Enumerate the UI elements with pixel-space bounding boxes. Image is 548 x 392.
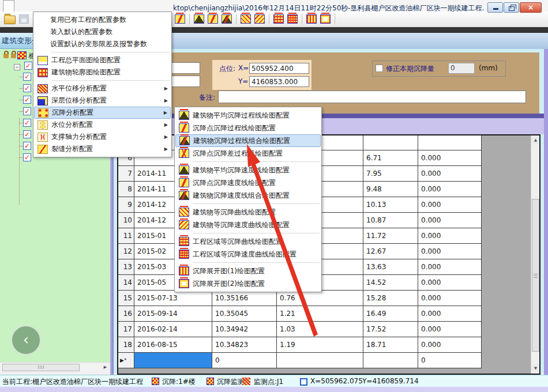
dropdown-menu-item[interactable]: 裂缝分析配置 ▶ bbox=[34, 143, 171, 155]
dropdown-menu-item[interactable]: 工程总平面图绘图配置 ▶ bbox=[34, 54, 171, 66]
submenu-item[interactable]: 建筑物平均沉降过程线绘图配置 bbox=[175, 109, 321, 122]
vscroll-down-arrow[interactable]: ▼ bbox=[532, 364, 539, 373]
table-row[interactable]: 17 2016-02-14 10.34942 1.03 17.52 0.000 bbox=[118, 322, 482, 337]
close-button[interactable]: × bbox=[520, 2, 542, 13]
load-cell[interactable]: 0.000 bbox=[418, 322, 482, 337]
submenu-item[interactable] bbox=[175, 160, 321, 164]
table-row[interactable]: 16 2015-09-14 10.35045 1.21 16.49 0.000 bbox=[118, 306, 482, 322]
hscroll-right-arrow[interactable]: ▶ bbox=[101, 363, 110, 371]
child-window-titlebar[interactable] bbox=[114, 33, 548, 50]
current-settlement-cell[interactable]: 1.19 bbox=[277, 337, 363, 353]
tree-checkbox[interactable] bbox=[23, 142, 31, 150]
expand-chart2-icon[interactable] bbox=[320, 14, 331, 24]
dropdown-menu-item[interactable]: ▶ bbox=[34, 50, 171, 54]
tree-item[interactable] bbox=[19, 94, 31, 105]
tree-checkbox[interactable] bbox=[23, 119, 31, 127]
settlement-curve-icon[interactable] bbox=[175, 14, 185, 24]
menu-window[interactable] bbox=[46, 0, 56, 12]
vscroll-thumb[interactable] bbox=[532, 199, 539, 352]
submenu-item[interactable] bbox=[175, 231, 321, 235]
table-header-cell[interactable] bbox=[418, 135, 482, 150]
x-coordinate-field[interactable]: 505952.400 bbox=[249, 63, 309, 74]
tree-root[interactable]: 棚 bbox=[2, 50, 36, 61]
submenu-item[interactable] bbox=[175, 202, 321, 206]
total-settlement-cell[interactable]: 13.63 bbox=[363, 259, 418, 275]
fix-settlement-field[interactable]: 0 bbox=[448, 63, 475, 74]
submenu-item[interactable]: 沉降点沉降速度线绘图配置 bbox=[175, 176, 321, 189]
dropdown-menu-item[interactable]: 复用已有工程的配置参数 ▶ bbox=[34, 14, 171, 26]
y-coordinate-field[interactable]: 4160853.000 bbox=[249, 76, 309, 87]
submenu-item[interactable]: 沉降点沉降过程线绘图配置 bbox=[175, 122, 321, 134]
total-settlement-cell[interactable]: 10.13 bbox=[363, 197, 418, 213]
dropdown-menu-item[interactable]: 设置默认的变形限差及报警参数 ▶ bbox=[34, 38, 171, 50]
tree-item[interactable] bbox=[19, 82, 31, 94]
load-cell[interactable]: 0.000 bbox=[418, 306, 482, 322]
vscroll-up-arrow[interactable]: ▲ bbox=[532, 136, 539, 145]
total-settlement-cell[interactable]: 18.71 bbox=[363, 337, 418, 353]
total-settlement-cell[interactable]: 12.67 bbox=[363, 244, 418, 259]
date-cell[interactable] bbox=[134, 353, 212, 368]
menu-deformation-analysis[interactable] bbox=[25, 0, 35, 12]
load-cell[interactable]: 0.000 bbox=[418, 182, 482, 197]
submenu-item[interactable]: 建筑物沉降速度线组合绘图配置 bbox=[175, 189, 321, 202]
toolbar-icon[interactable] bbox=[335, 14, 335, 24]
table-row[interactable]: 18 2016-08-15 10.34823 1.19 18.71 0.000 bbox=[118, 337, 482, 353]
submenu-item[interactable]: 沉降点沉降差过程线绘图配置 bbox=[175, 147, 321, 160]
tree-item[interactable] bbox=[19, 105, 31, 117]
avg-settlement-curve-icon[interactable] bbox=[194, 14, 204, 24]
tree-item[interactable] bbox=[19, 129, 31, 140]
dropdown-menu-item[interactable]: 建筑物轮廓图绘图配置 ▶ bbox=[34, 66, 171, 78]
menu-query-report[interactable] bbox=[35, 0, 46, 12]
current-settlement-cell[interactable]: 0.76 bbox=[277, 291, 363, 306]
tree-checkbox[interactable] bbox=[23, 107, 31, 115]
date-cell[interactable]: 2016-08-15 bbox=[134, 337, 212, 353]
remark-field[interactable] bbox=[218, 91, 526, 103]
menu-system-config[interactable] bbox=[3, 0, 14, 12]
dropdown-menu-item[interactable]: 沉降分析配置 ▶ bbox=[34, 107, 171, 119]
table-vscrollbar[interactable]: ▲ ▼ bbox=[531, 135, 540, 374]
hscroll-thumb[interactable] bbox=[2, 364, 80, 371]
tree-item[interactable] bbox=[19, 140, 31, 152]
total-settlement-cell[interactable]: 17.52 bbox=[363, 322, 418, 337]
load-cell[interactable]: 0 bbox=[418, 353, 482, 368]
elevation-cell[interactable]: 10.35166 bbox=[212, 291, 277, 306]
current-settlement-cell[interactable]: 1.21 bbox=[277, 306, 363, 322]
table-row[interactable]: 15 2015-07-13 10.35166 0.76 15.28 0.000 bbox=[118, 291, 482, 306]
load-cell[interactable]: 0.000 bbox=[418, 197, 482, 213]
current-settlement-cell[interactable]: 1.03 bbox=[277, 322, 363, 337]
submenu-item[interactable] bbox=[175, 261, 321, 265]
total-settlement-cell[interactable]: 15.28 bbox=[363, 291, 418, 306]
dropdown-menu-item[interactable]: 水平位移分析配置 ▶ bbox=[34, 82, 171, 95]
tree-checkbox[interactable] bbox=[24, 62, 32, 70]
load-cell[interactable]: 0.000 bbox=[418, 337, 482, 353]
restore-button[interactable] bbox=[504, 2, 519, 13]
collapse-panel-button[interactable]: ‹ bbox=[10, 325, 42, 356]
elevation-cell[interactable]: 10.35045 bbox=[212, 306, 277, 322]
toolbar-icon[interactable] bbox=[302, 14, 302, 24]
load-cell[interactable]: 0.000 bbox=[418, 213, 482, 228]
current-settlement-cell[interactable] bbox=[277, 353, 363, 368]
total-settlement-cell[interactable]: 9.48 bbox=[363, 182, 418, 197]
total-settlement-cell[interactable] bbox=[363, 353, 418, 368]
toolbar-icon[interactable] bbox=[236, 14, 237, 24]
combined-settlement-curve-icon[interactable] bbox=[222, 14, 232, 24]
submenu-item[interactable]: 建筑物沉降过程线组合绘图配置 bbox=[175, 134, 321, 147]
date-cell[interactable]: 2015-07-13 bbox=[134, 291, 212, 306]
save-icon[interactable] bbox=[19, 14, 29, 24]
region-iso-settlement-icon[interactable] bbox=[273, 14, 284, 24]
dropdown-menu-item[interactable]: 深层位移分析配置 ▶ bbox=[34, 95, 171, 107]
date-cell[interactable]: 2016-02-14 bbox=[134, 322, 212, 337]
minimize-button[interactable] bbox=[487, 2, 503, 13]
dropdown-menu-item[interactable]: 支撑轴力分析配置 ▶ bbox=[34, 131, 171, 143]
date-cell[interactable]: 2015-09-14 bbox=[134, 306, 212, 322]
total-settlement-cell[interactable]: 16.49 bbox=[363, 306, 418, 322]
left-panel-hscrollbar[interactable]: ▶ bbox=[0, 362, 110, 372]
submenu-item[interactable]: 工程区域等沉降曲线绘图配置 bbox=[175, 235, 321, 248]
load-cell[interactable]: 0.000 bbox=[418, 150, 482, 166]
tree-item[interactable] bbox=[19, 71, 31, 82]
expand-chart1-icon[interactable] bbox=[306, 14, 317, 24]
total-settlement-cell[interactable]: 14.52 bbox=[363, 275, 418, 291]
table-header-cell[interactable] bbox=[363, 135, 418, 150]
submenu-item[interactable]: 沉降展开图(2)绘图配置 bbox=[175, 277, 321, 290]
toolbar-icon[interactable] bbox=[269, 14, 269, 24]
